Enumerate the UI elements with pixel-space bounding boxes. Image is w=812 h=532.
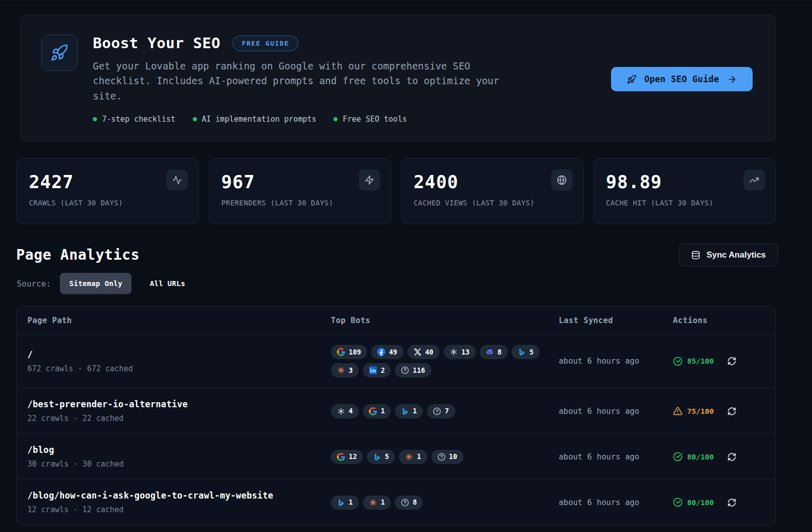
banner-title: Boost Your SEO [93, 34, 220, 52]
column-header-top-bots: Top Bots [331, 316, 559, 325]
check-circle-icon [673, 498, 683, 507]
check-circle-icon [673, 452, 683, 462]
page-title: Page Analytics [16, 246, 140, 263]
last-synced: about 6 hours ago [559, 452, 673, 462]
seo-score: 75/100 [673, 406, 714, 416]
bot-count: 1 [381, 408, 385, 415]
sync-analytics-button[interactable]: Sync Analytics [679, 243, 778, 266]
linkedin-icon [369, 366, 377, 374]
page-path[interactable]: /blog/how-can-i-ask-google-to-crawl-my-w… [27, 490, 331, 501]
bot-badge-discord: 8 [480, 345, 507, 359]
seo-score: 80/100 [673, 452, 714, 462]
page-path[interactable]: /blog [27, 445, 331, 455]
unknown-icon [401, 499, 409, 507]
unknown-icon [401, 366, 409, 374]
sync-analytics-label: Sync Analytics [706, 250, 766, 260]
bot-badge-bing: 1 [331, 495, 359, 510]
unknown-icon [437, 453, 446, 461]
crawl-stats: 672 crawls · 672 cached [27, 364, 331, 373]
bot-badge-unknown: 116 [395, 363, 431, 377]
cta-label: Open SEO Guide [645, 74, 720, 84]
stat-label: PRERENDERS (LAST 30 DAYS) [221, 199, 379, 207]
stat-label: CACHE HIT (LAST 30 DAYS) [606, 199, 763, 207]
seo-score: 85/100 [673, 357, 714, 366]
trending-up-icon [743, 169, 765, 191]
x-icon [414, 348, 422, 356]
stat-label: CACHED VIEWS (LAST 30 DAYS) [414, 199, 571, 207]
zap-icon [359, 169, 380, 191]
crawl-stats: 22 crawls · 22 cached [27, 414, 331, 423]
last-synced: about 6 hours ago [559, 498, 673, 507]
bullet-dot [333, 117, 337, 121]
bing-icon [401, 407, 409, 415]
google-icon [369, 407, 377, 415]
bot-badge-bing: 5 [367, 450, 395, 464]
bot-count: 12 [349, 453, 357, 460]
bot-badge-google: 12 [331, 450, 363, 464]
score-value: 80/100 [687, 453, 714, 461]
bing-icon [337, 499, 345, 507]
stat-card-prerenders: 967 PRERENDERS (LAST 30 DAYS) [209, 158, 391, 224]
page-analytics-table: Page Path Top Bots Last Synced Actions /… [16, 306, 776, 525]
stat-card-cached-views: 2400 CACHED VIEWS (LAST 30 DAYS) [401, 158, 584, 224]
top-bots: 4117 [331, 404, 559, 418]
bot-count: 1 [381, 499, 385, 506]
crawl-stats: 30 crawls · 30 cached [27, 459, 331, 469]
stat-value: 2400 [414, 172, 571, 192]
bot-count: 8 [413, 499, 417, 506]
bot-count: 49 [389, 349, 397, 356]
stats-row: 2427 CRAWLS (LAST 30 DAYS) 967 PRERENDER… [16, 158, 776, 224]
refresh-icon[interactable] [727, 452, 736, 462]
claude-icon [369, 499, 377, 507]
globe-icon [551, 169, 572, 191]
table-row: /blog 30 crawls · 30 cached 125110 about… [17, 434, 775, 479]
top-bots: 125110 [331, 450, 559, 464]
bot-count: 1 [349, 499, 353, 506]
source-option-sitemap-only[interactable]: Sitemap Only [60, 273, 131, 294]
table-row: / 672 crawls · 672 cached 10949401385321… [17, 334, 775, 388]
rocket-icon [627, 75, 636, 84]
openai-icon [450, 348, 458, 356]
refresh-icon[interactable] [727, 407, 736, 416]
activity-icon [166, 169, 188, 191]
crawl-stats: 12 crawls · 12 cached [27, 505, 331, 514]
page-path[interactable]: /best-prerender-io-alternative [27, 399, 331, 409]
bot-count: 109 [349, 349, 361, 356]
unknown-icon [433, 407, 441, 415]
bot-badge-claude: 3 [331, 363, 359, 377]
stat-card-crawls: 2427 CRAWLS (LAST 30 DAYS) [16, 158, 199, 224]
check-circle-icon [673, 357, 683, 366]
bing-icon [518, 348, 526, 356]
refresh-icon[interactable] [727, 357, 736, 366]
bot-count: 116 [413, 367, 425, 374]
discord-icon [486, 348, 494, 356]
top-bots: 1094940138532116 [331, 345, 559, 377]
bing-icon [373, 453, 381, 461]
google-icon [337, 348, 345, 356]
bot-count: 3 [349, 367, 353, 374]
stat-label: CRAWLS (LAST 30 DAYS) [29, 199, 186, 207]
stat-card-cache-hit: 98.89 CACHE HIT (LAST 30 DAYS) [593, 158, 776, 224]
arrow-right-icon [727, 75, 737, 84]
bot-count: 8 [497, 349, 501, 356]
column-header-actions: Actions [673, 316, 767, 325]
openai-icon [337, 407, 345, 415]
claude-icon [405, 453, 413, 461]
column-header-last-synced: Last Synced [559, 316, 673, 325]
bot-count: 40 [425, 349, 433, 356]
table-row: /best-prerender-io-alternative 22 crawls… [17, 388, 775, 434]
bot-badge-openai: 4 [331, 404, 359, 418]
google-icon [337, 453, 345, 461]
bot-count: 1 [417, 453, 421, 460]
open-seo-guide-button[interactable]: Open SEO Guide [611, 67, 753, 91]
claude-icon [337, 366, 345, 374]
bot-badge-google: 109 [331, 345, 367, 359]
source-option-all-urls[interactable]: All URLs [141, 273, 194, 294]
bot-count: 7 [445, 408, 449, 415]
seo-score: 80/100 [673, 498, 714, 507]
refresh-icon[interactable] [727, 498, 736, 507]
bot-count: 4 [349, 408, 353, 415]
page-path[interactable]: / [27, 349, 331, 360]
top-bots: 118 [331, 495, 559, 510]
feature-item: Free SEO tools [343, 115, 407, 124]
